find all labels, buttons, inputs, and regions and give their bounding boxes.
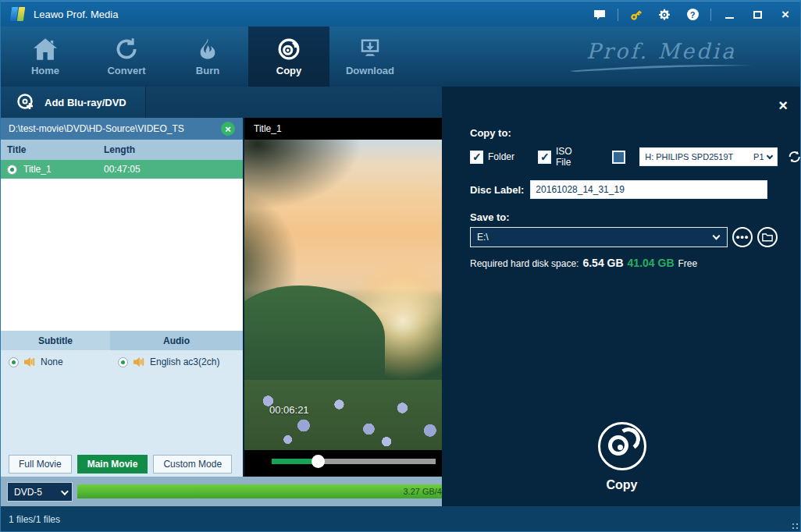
drive-name: H: PHILIPS SPD2519T	[640, 152, 753, 161]
leawo-prof-media-window: Leawo Prof. Media ? × Home	[0, 0, 801, 532]
save-path-dropdown[interactable]: E:\	[470, 227, 728, 247]
source-path-bar: D:\test-movie\DVD\HD-Source\VIDEO_TS ×	[1, 118, 243, 140]
title-name: Title_1	[23, 164, 52, 175]
subtitle-radio[interactable]	[9, 357, 19, 367]
capacity-text: 3.27 GB/4	[403, 487, 442, 496]
free-suffix: Free	[678, 258, 698, 269]
copy-settings-panel: × Copy to: Folder ISO File H: PHILIPS SP…	[442, 87, 801, 506]
refresh-drives-icon[interactable]	[787, 149, 801, 165]
tab-home[interactable]: Home	[5, 27, 86, 87]
browse-button[interactable]: •••	[732, 227, 753, 247]
help-icon[interactable]: ?	[682, 5, 703, 24]
remove-source-button[interactable]: ×	[221, 122, 235, 136]
subtitle-option[interactable]: None	[9, 356, 63, 367]
settings-gear-icon[interactable]	[654, 5, 675, 24]
audio-radio[interactable]	[118, 357, 128, 367]
tab-convert[interactable]: Convert	[86, 27, 167, 87]
copy-target-options: Folder ISO File H: PHILIPS SPD2519T P1	[470, 146, 801, 168]
burner-drive-dropdown[interactable]: H: PHILIPS SPD2519T P1	[639, 147, 777, 166]
speaker-icon	[133, 356, 145, 367]
disc-label-row: Disc Label:	[470, 180, 767, 199]
burner-checkbox[interactable]	[612, 151, 625, 164]
speaker-icon	[23, 356, 36, 367]
close-icon[interactable]: ×	[775, 5, 796, 24]
seek-bar-area	[244, 450, 442, 477]
title-list-body	[1, 179, 243, 331]
chevron-down-icon	[61, 488, 69, 495]
save-to-label: Save to:	[470, 211, 510, 223]
capacity-row: DVD-5 3.27 GB/4	[1, 477, 442, 506]
main-movie-button[interactable]: Main Movie	[77, 455, 148, 473]
minimize-icon[interactable]	[719, 5, 739, 24]
brand-script-logo: Prof. Media	[568, 39, 755, 73]
column-length: Length	[104, 144, 135, 155]
column-title: Title	[1, 144, 104, 155]
leawo-logo-icon	[10, 6, 26, 22]
copy-button[interactable]: Copy	[442, 422, 801, 492]
resize-grip[interactable]	[790, 521, 799, 530]
panel-close-icon[interactable]: ×	[778, 98, 788, 113]
tracks-header: Subtitle Audio	[1, 331, 243, 350]
titlebar-separator	[710, 9, 711, 21]
maximize-icon[interactable]	[747, 5, 767, 24]
folder-icon	[762, 232, 773, 242]
drive-port: P1	[753, 152, 764, 161]
mode-bar: Full Movie Main Movie Custom Mode	[1, 451, 243, 477]
title-table-header: Title Length	[1, 140, 243, 160]
add-bluray-dvd-button[interactable]: Add Blu-ray/DVD	[1, 87, 146, 118]
tab-download[interactable]: Download	[329, 27, 411, 87]
audio-option[interactable]: English ac3(2ch)	[118, 356, 219, 367]
window-title: Leawo Prof. Media	[34, 9, 118, 20]
title-length: 00:47:05	[104, 164, 141, 175]
add-toolbar: Add Blu-ray/DVD	[1, 87, 442, 118]
seek-progress	[272, 459, 318, 464]
disc-size-dropdown[interactable]: DVD-5	[7, 482, 73, 502]
folder-label: Folder	[488, 151, 514, 162]
video-frame[interactable]: 00:06:21	[244, 140, 442, 450]
tab-burn[interactable]: Burn	[167, 27, 248, 87]
main-nav: Home Convert Burn Copy Download Prof. Me…	[1, 27, 801, 87]
status-bar: 1 files/1 files	[1, 506, 801, 532]
full-movie-button[interactable]: Full Movie	[9, 455, 72, 473]
chevron-down-icon	[713, 232, 721, 240]
capacity-bar: 3.27 GB/4	[77, 484, 442, 498]
seek-handle[interactable]	[312, 455, 325, 468]
source-path: D:\test-movie\DVD\HD-Source\VIDEO_TS	[9, 123, 184, 134]
iso-file-checkbox[interactable]	[538, 151, 551, 164]
add-disc-icon	[16, 93, 35, 112]
space-required: 6.54 GB	[582, 257, 623, 269]
save-path-value: E:\	[471, 232, 714, 243]
titlebar-separator	[618, 9, 618, 21]
video-preview: Title_1 00:06:21	[244, 118, 442, 477]
playback-time: 00:06:21	[269, 404, 309, 416]
subtitle-header: Subtitle	[1, 331, 110, 350]
open-folder-button[interactable]	[757, 227, 778, 247]
register-key-icon[interactable]	[626, 5, 646, 24]
feedback-bubble-icon[interactable]	[589, 5, 610, 24]
space-free: 41.04 GB	[628, 257, 675, 269]
space-label: Required hard disk space:	[470, 258, 578, 269]
copy-button-label: Copy	[607, 478, 638, 492]
audio-header: Audio	[110, 331, 243, 350]
title-radio[interactable]	[7, 165, 17, 175]
disc-label-input[interactable]	[530, 180, 767, 199]
audio-value: English ac3(2ch)	[150, 356, 219, 367]
seek-track[interactable]	[272, 459, 436, 464]
copy-disc-icon	[598, 422, 646, 470]
chevron-down-icon	[766, 153, 772, 159]
disc-label-label: Disc Label:	[470, 184, 524, 196]
custom-mode-button[interactable]: Custom Mode	[153, 455, 232, 473]
tab-copy[interactable]: Copy	[248, 27, 329, 87]
disk-space-info: Required hard disk space: 6.54 GB 41.04 …	[470, 257, 697, 269]
video-title: Title_1	[244, 118, 442, 140]
status-text: 1 files/1 files	[9, 514, 60, 525]
folder-checkbox[interactable]	[470, 151, 483, 164]
subtitle-value: None	[41, 356, 63, 367]
copy-to-label: Copy to:	[470, 127, 511, 139]
titlebar: Leawo Prof. Media ? ×	[1, 1, 801, 27]
disc-size-value: DVD-5	[14, 487, 42, 498]
iso-file-label: ISO File	[556, 146, 589, 168]
table-row[interactable]: Title_1 00:47:05	[1, 160, 243, 179]
